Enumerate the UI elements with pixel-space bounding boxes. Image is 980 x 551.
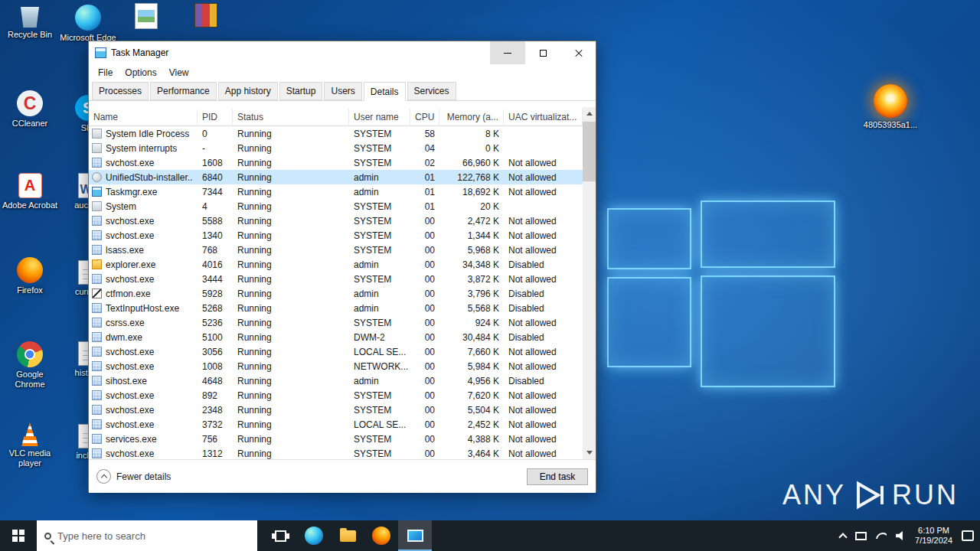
desktop-icon-adobe-acrobat[interactable]: AAdobe Acrobat (2, 173, 58, 210)
process-row-taskmgr-exe[interactable]: Taskmgr.exe7344Runningadmin0118,692 KNot… (89, 184, 596, 199)
cell-cpu: 01 (410, 201, 439, 212)
process-row-sihost-exe[interactable]: sihost.exe4648Runningadmin004,956 KDisab… (89, 373, 596, 388)
maximize-button[interactable] (525, 41, 560, 64)
vertical-scrollbar[interactable] (583, 107, 596, 459)
column-header-cpu[interactable]: CPU (410, 109, 439, 126)
process-row-system-idle-process[interactable]: System Idle Process0RunningSYSTEM588 K (89, 126, 596, 141)
cell-pid: 7344 (198, 187, 233, 197)
process-row-svchost-exe[interactable]: svchost.exe3444RunningSYSTEM003,872 KNot… (89, 272, 596, 286)
column-header-status[interactable]: Status (233, 109, 349, 126)
app-process-icon (92, 376, 102, 386)
process-row-svchost-exe[interactable]: svchost.exe1608RunningSYSTEM0266,960 KNo… (89, 155, 596, 170)
process-row-svchost-exe[interactable]: svchost.exe3056RunningLOCAL SE...007,660… (89, 344, 596, 359)
desktop-icon-google-chrome[interactable]: Google Chrome (2, 341, 58, 390)
process-row-svchost-exe[interactable]: svchost.exe2348RunningSYSTEM005,504 KNot… (89, 403, 596, 417)
taskbar-edge[interactable] (297, 520, 331, 551)
wifi-icon[interactable] (876, 533, 887, 539)
desktop-icon-winrar[interactable] (178, 3, 234, 30)
process-row-svchost-exe[interactable]: svchost.exe1008RunningNETWORK...005,984 … (89, 359, 596, 373)
cell-memory: 3,872 K (439, 274, 504, 285)
process-row-csrss-exe[interactable]: csrss.exe5236RunningSYSTEM00924 KNot all… (89, 315, 596, 330)
desktop-icon-vlc-media-player[interactable]: VLC media player (2, 422, 58, 468)
tab-startup[interactable]: Startup (279, 82, 323, 100)
column-header-name[interactable]: Name (89, 109, 198, 126)
cell-memory: 20 K (439, 201, 504, 212)
end-task-button[interactable]: End task (527, 468, 588, 485)
tab-users[interactable]: Users (324, 82, 361, 100)
process-name-cell: System Idle Process (89, 129, 198, 139)
process-row-unifiedstub-installer[interactable]: UnifiedStub-installer...6840Runningadmin… (89, 170, 596, 184)
cell-status: Running (233, 216, 349, 227)
column-header-memory-a[interactable]: Memory (a... (439, 109, 504, 126)
desktop-icon-firefox[interactable]: Firefox (2, 257, 58, 295)
show-hidden-icons-icon[interactable] (838, 533, 847, 541)
volume-icon[interactable] (896, 531, 906, 540)
tab-app-history[interactable]: App history (218, 82, 278, 100)
menu-view[interactable]: View (163, 65, 195, 80)
process-row-system-interrupts[interactable]: System interrupts-RunningSYSTEM040 K (89, 141, 596, 155)
process-name: svchost.exe (106, 419, 154, 430)
process-row-system[interactable]: System4RunningSYSTEM0120 K (89, 199, 596, 214)
cell-memory: 2,452 K (439, 419, 504, 430)
fewer-details-button[interactable]: Fewer details (96, 469, 171, 484)
taskbar-task-manager[interactable] (398, 520, 432, 551)
sys-process-icon (92, 201, 102, 211)
process-row-svchost-exe[interactable]: svchost.exe892RunningSYSTEM007,620 KNot … (89, 388, 596, 403)
image-file-icon (135, 3, 158, 29)
taskbar-file-explorer[interactable] (331, 520, 364, 551)
process-row-svchost-exe[interactable]: svchost.exe1340RunningSYSTEM001,344 KNot… (89, 228, 596, 243)
title-bar[interactable]: Task Manager (89, 41, 596, 64)
cell-memory: 66,960 K (439, 158, 504, 168)
cell-pid: 768 (198, 245, 233, 256)
desktop-icon-sample-file[interactable]: 48053935a1... (862, 84, 919, 130)
process-row-explorer-exe[interactable]: explorer.exe4016Runningadmin0034,348 KDi… (89, 257, 596, 272)
process-row-lsass-exe[interactable]: lsass.exe768RunningSYSTEM005,968 KNot al… (89, 243, 596, 257)
taskbar-task-view[interactable] (263, 520, 297, 551)
menu-options[interactable]: Options (119, 65, 162, 80)
cell-pid: - (198, 143, 233, 154)
tab-services[interactable]: Services (407, 82, 456, 100)
app-process-icon (92, 347, 102, 357)
tab-processes[interactable]: Processes (92, 82, 149, 100)
sys-process-icon (92, 129, 102, 139)
cell-memory: 8 K (439, 129, 504, 139)
network-icon[interactable] (855, 532, 867, 540)
process-row-svchost-exe[interactable]: svchost.exe5588RunningSYSTEM002,472 KNot… (89, 214, 596, 228)
desktop-icon-image-file[interactable] (118, 3, 175, 31)
search-input[interactable] (57, 530, 234, 542)
close-button[interactable] (560, 41, 596, 64)
minimize-button[interactable] (490, 41, 525, 64)
desktop-icon-recycle-bin[interactable]: Recycle Bin (2, 5, 58, 40)
column-header-user-name[interactable]: User name (349, 109, 410, 126)
desktop-icon-microsoft-edge[interactable]: Microsoft Edge (60, 5, 116, 43)
process-row-dwm-exe[interactable]: dwm.exe5100RunningDWM-20030,484 KDisable… (89, 330, 596, 344)
start-button[interactable] (0, 520, 37, 551)
cell-pid: 5588 (198, 216, 233, 227)
taskbar-firefox[interactable] (364, 520, 398, 551)
process-row-textinputhost-exe[interactable]: TextInputHost.exe5268Runningadmin005,568… (89, 301, 596, 315)
menu-file[interactable]: File (92, 65, 119, 80)
process-row-ctfmon-exe[interactable]: ctfmon.exe5928Runningadmin003,796 KDisab… (89, 286, 596, 301)
taskbar-search[interactable] (37, 520, 257, 551)
scroll-thumb[interactable] (583, 122, 596, 181)
vlc-icon (19, 422, 41, 446)
tab-performance[interactable]: Performance (150, 82, 217, 100)
desktop-icon-label: 48053935a1... (862, 120, 919, 130)
cell-user: NETWORK... (349, 361, 410, 372)
column-header-uac-virtualizat[interactable]: UAC virtualizat... (504, 109, 583, 126)
cell-user: SYSTEM (349, 318, 410, 328)
cell-status: Running (233, 245, 349, 256)
cell-status: Running (233, 434, 349, 445)
taskbar-clock[interactable]: 6:10 PM 7/19/2024 (915, 526, 952, 546)
column-header-pid[interactable]: PID (198, 109, 233, 126)
scroll-up-arrow[interactable] (583, 107, 596, 120)
desktop-icon-ccleaner[interactable]: CCCleaner (2, 90, 58, 129)
cell-cpu: 01 (410, 172, 439, 183)
tab-details[interactable]: Details (364, 82, 406, 101)
action-center-icon[interactable] (962, 530, 974, 541)
process-row-services-exe[interactable]: services.exe756RunningSYSTEM004,388 KNot… (89, 432, 596, 446)
scroll-down-arrow[interactable] (583, 446, 596, 459)
process-row-svchost-exe[interactable]: svchost.exe3732RunningLOCAL SE...002,452… (89, 417, 596, 432)
cell-status: Running (233, 187, 349, 197)
process-row-svchost-exe[interactable]: svchost.exe1312RunningSYSTEM003,464 KNot… (89, 446, 596, 459)
